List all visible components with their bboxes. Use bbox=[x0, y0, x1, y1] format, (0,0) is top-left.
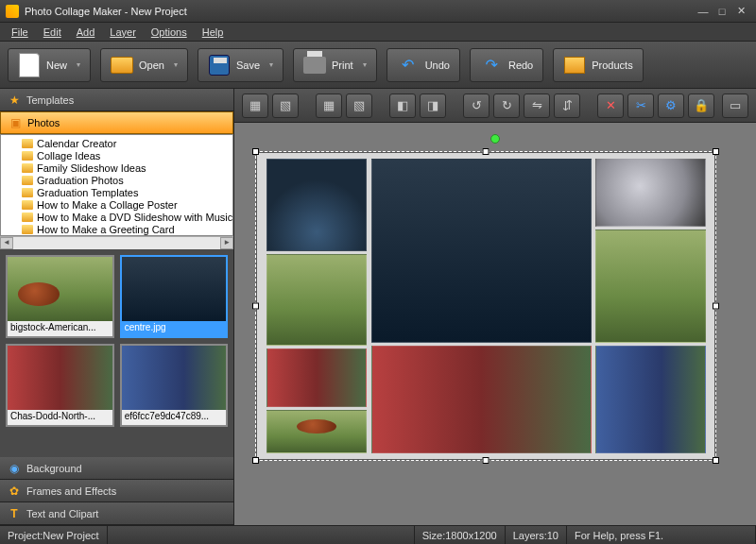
thumbnail-label: ef6fcc7e9dc47c89... bbox=[122, 410, 227, 425]
star-icon: ★ bbox=[8, 94, 21, 107]
flip-horizontal-button[interactable]: ⇋ bbox=[524, 94, 550, 118]
crop-button[interactable]: ✂ bbox=[627, 94, 654, 118]
thumbnail-label: bigstock-American... bbox=[8, 321, 112, 336]
open-button[interactable]: Open▾ bbox=[100, 48, 188, 82]
tree-item-label: Graduation Photos bbox=[37, 175, 124, 186]
align-left-button[interactable]: ◧ bbox=[389, 94, 416, 118]
main-toolbar: New▾ Open▾ Save▾ Print▾ ↶Undo ↶Redo Prod… bbox=[0, 42, 756, 89]
folder-icon bbox=[22, 176, 33, 185]
resize-handle-sw[interactable] bbox=[252, 457, 259, 464]
thumbnail-image bbox=[8, 346, 112, 410]
tree-item[interactable]: How to Make a Greeting Card bbox=[22, 223, 232, 235]
close-button[interactable]: ✕ bbox=[731, 5, 750, 17]
status-help: For Help, press F1. bbox=[567, 526, 756, 544]
minimize-button[interactable]: — bbox=[694, 6, 713, 17]
rotate-left-button[interactable]: ↺ bbox=[463, 94, 490, 118]
tree-item-label: Collage Ideas bbox=[37, 150, 100, 162]
lock-button[interactable]: 🔒 bbox=[688, 94, 714, 118]
settings-button[interactable]: ⚙ bbox=[658, 94, 684, 118]
resize-handle-se[interactable] bbox=[713, 457, 719, 464]
panel-templates[interactable]: ★ Templates bbox=[0, 89, 233, 111]
thumbnail-image bbox=[122, 257, 227, 321]
resize-handle-ne[interactable] bbox=[713, 148, 719, 155]
app-icon bbox=[6, 5, 19, 18]
panel-frames[interactable]: ✿ Frames and Effects bbox=[0, 480, 233, 502]
chevron-down-icon: ▾ bbox=[77, 60, 80, 69]
folder-icon bbox=[22, 139, 33, 148]
selection-box bbox=[255, 151, 716, 461]
text-icon: T bbox=[8, 507, 21, 520]
flip-vertical-button[interactable]: ⇵ bbox=[554, 94, 580, 118]
redo-button[interactable]: ↶Redo bbox=[470, 48, 543, 82]
align-right-button[interactable]: ◨ bbox=[420, 94, 446, 118]
panel-photos[interactable]: ▣ Photos bbox=[0, 111, 233, 134]
canvas-area: ▦ ▧ ▦ ▧ ◧ ◨ ↺ ↻ ⇋ ⇵ ✕ ✂ ⚙ 🔒 ▭ bbox=[234, 89, 756, 525]
thumbnail-image bbox=[8, 257, 112, 321]
print-button[interactable]: Print▾ bbox=[293, 48, 377, 82]
menu-edit[interactable]: Edit bbox=[36, 25, 69, 40]
thumbnail-item[interactable]: Chas-Dodd-North-... bbox=[6, 344, 114, 427]
resize-handle-nw[interactable] bbox=[252, 148, 259, 155]
tree-scrollbar[interactable]: ◄ ► bbox=[0, 236, 233, 249]
print-icon bbox=[303, 54, 326, 76]
panel-text[interactable]: T Text and Clipart bbox=[0, 502, 233, 525]
box-icon bbox=[563, 54, 586, 76]
canvas-viewport[interactable] bbox=[234, 123, 756, 525]
menu-layer[interactable]: Layer bbox=[102, 25, 144, 40]
menu-options[interactable]: Options bbox=[144, 25, 195, 40]
tree-item[interactable]: Collage Ideas bbox=[22, 149, 232, 162]
rotate-right-button[interactable]: ↻ bbox=[493, 94, 520, 118]
open-icon bbox=[111, 54, 133, 76]
page-view-button[interactable]: ▭ bbox=[722, 94, 748, 118]
panel-background[interactable]: ◉ Background bbox=[0, 457, 233, 480]
tree-item[interactable]: Graduation Templates bbox=[22, 186, 232, 198]
resize-handle-e[interactable] bbox=[713, 303, 719, 310]
frames-icon: ✿ bbox=[8, 484, 21, 498]
thumbnail-label: Chas-Dodd-North-... bbox=[8, 410, 112, 425]
thumbnail-item[interactable]: bigstock-American... bbox=[6, 255, 114, 338]
undo-button[interactable]: ↶Undo bbox=[387, 48, 460, 82]
titlebar: Photo Collage Maker - New Project — □ ✕ bbox=[0, 0, 756, 23]
tree-item-label: Family Slideshow Ideas bbox=[37, 162, 146, 174]
tree-item[interactable]: Graduation Photos bbox=[22, 174, 232, 186]
scroll-left-icon[interactable]: ◄ bbox=[0, 237, 13, 249]
status-size: Size:1800x1200 bbox=[415, 526, 506, 544]
chevron-down-icon: ▾ bbox=[269, 60, 273, 69]
folder-icon bbox=[22, 212, 33, 222]
new-button[interactable]: New▾ bbox=[8, 48, 91, 82]
delete-button[interactable]: ✕ bbox=[597, 94, 624, 118]
save-icon bbox=[208, 54, 231, 76]
statusbar: Project:New Project Size:1800x1200 Layer… bbox=[0, 525, 756, 544]
folder-tree[interactable]: Calendar CreatorCollage IdeasFamily Slid… bbox=[0, 134, 233, 236]
tree-item-label: How to Make a DVD Slideshow with Music bbox=[37, 212, 232, 223]
scroll-right-icon[interactable]: ► bbox=[220, 237, 233, 249]
resize-handle-n[interactable] bbox=[483, 148, 490, 155]
products-button[interactable]: Products bbox=[553, 48, 643, 82]
thumbnail-item[interactable]: ef6fcc7e9dc47c89... bbox=[120, 344, 229, 427]
folder-icon bbox=[22, 151, 33, 161]
bring-to-front-button[interactable]: ▦ bbox=[316, 94, 342, 118]
send-to-back-button[interactable]: ▧ bbox=[346, 94, 372, 118]
new-icon bbox=[18, 54, 41, 76]
tree-item[interactable]: Family Slideshow Ideas bbox=[22, 162, 232, 174]
save-button[interactable]: Save▾ bbox=[198, 48, 284, 82]
maximize-button[interactable]: □ bbox=[713, 6, 731, 17]
send-backward-button[interactable]: ▧ bbox=[272, 94, 299, 118]
thumbnail-item[interactable]: centre.jpg bbox=[120, 255, 229, 338]
tree-item-label: How to Make a Collage Poster bbox=[37, 199, 178, 211]
tree-item[interactable]: How to Make a Collage Poster bbox=[22, 198, 232, 211]
sidebar: ★ Templates ▣ Photos Calendar CreatorCol… bbox=[0, 89, 234, 525]
bring-forward-button[interactable]: ▦ bbox=[242, 94, 268, 118]
resize-handle-w[interactable] bbox=[252, 303, 259, 310]
chevron-down-icon: ▾ bbox=[174, 60, 178, 69]
undo-icon: ↶ bbox=[397, 54, 420, 76]
tree-item[interactable]: Calendar Creator bbox=[22, 137, 232, 149]
thumbnail-image bbox=[122, 346, 227, 410]
menu-help[interactable]: Help bbox=[195, 25, 232, 40]
resize-handle-s[interactable] bbox=[483, 457, 490, 464]
tree-item-label: How to Make a Greeting Card bbox=[37, 224, 175, 235]
rotate-handle[interactable] bbox=[490, 134, 500, 144]
menu-add[interactable]: Add bbox=[69, 25, 103, 40]
tree-item[interactable]: How to Make a DVD Slideshow with Music bbox=[22, 211, 232, 223]
menu-file[interactable]: File bbox=[4, 25, 36, 40]
